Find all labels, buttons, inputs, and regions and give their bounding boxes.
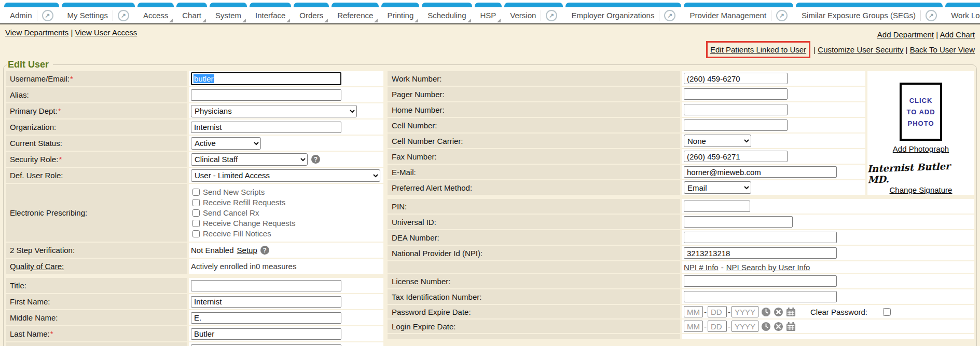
username-input[interactable]: butler [191, 72, 341, 85]
separator: - [721, 263, 724, 272]
preferred-alert-select[interactable]: Email [684, 181, 751, 194]
tab-interface[interactable]: Interface [250, 3, 291, 23]
tab-hsp[interactable]: HSP [475, 3, 502, 23]
tab-similar-exposure-groups[interactable]: Similar Exposure Groups (SEGs)↗ [796, 3, 943, 23]
customize-user-security-link[interactable]: Customize User Security [818, 45, 903, 54]
suffix-input[interactable] [191, 344, 341, 346]
field-label: Work Number: [388, 71, 680, 86]
edit-patients-linked-link[interactable]: Edit Patients Linked to User [710, 45, 806, 54]
tab-access[interactable]: Access [137, 3, 174, 23]
change-signature-link[interactable]: Change Signature [890, 185, 953, 194]
view-departments-link[interactable]: View Departments [5, 28, 68, 37]
title-input[interactable] [191, 280, 341, 291]
back-to-user-view-link[interactable]: Back To User View [910, 45, 975, 54]
alias-input[interactable] [191, 89, 341, 101]
tab-chart[interactable]: Chart [176, 3, 207, 23]
organization-input[interactable] [191, 122, 341, 133]
cell-carrier-select[interactable]: None [684, 135, 751, 147]
send-new-scripts-checkbox[interactable] [192, 189, 200, 196]
row-password-expire: Password Expire Date: - - Clear Password… [388, 305, 974, 318]
fax-number-input[interactable] [684, 151, 788, 162]
password-expire-day-input[interactable] [708, 306, 727, 317]
row-alias: Alias: [6, 87, 383, 102]
row-last-name: Last Name:* [6, 326, 383, 341]
send-new-scripts-option[interactable]: Send New Scripts [192, 188, 265, 196]
right-links: Add Department | Add Chart Edit Patients… [706, 28, 975, 58]
calendar-icon[interactable] [786, 322, 796, 331]
tab-printing[interactable]: Printing [381, 3, 419, 23]
last-name-input[interactable] [191, 328, 341, 340]
tab-accent-bar [796, 3, 943, 7]
tab-my-settings[interactable]: My Settings↗ [62, 3, 135, 23]
tab-admin[interactable]: Admin↗ [4, 3, 59, 23]
tab-accent-bar [475, 3, 502, 7]
universal-id-input[interactable] [684, 216, 793, 228]
checkbox-label: Receive Refill Requests [203, 198, 285, 207]
tab-accent-bar [565, 3, 681, 7]
tab-employer-organizations[interactable]: Employer Organizations↗ [565, 3, 681, 23]
receive-fill-notices-checkbox[interactable] [192, 230, 200, 237]
clock-icon[interactable] [761, 307, 771, 317]
help-icon[interactable]: ? [260, 246, 269, 255]
middle-name-input[interactable] [191, 312, 341, 324]
def-user-role-select[interactable]: User - Limited Access [191, 169, 380, 182]
tab-work-locations[interactable]: Work Locations↗ [945, 3, 980, 23]
add-chart-link[interactable]: Add Chart [940, 30, 975, 39]
email-input[interactable] [684, 166, 837, 178]
field-label: Security Role:* [6, 152, 187, 167]
clear-date-icon[interactable] [774, 322, 783, 331]
receive-refill-requests-option[interactable]: Receive Refill Requests [192, 198, 285, 207]
primary-dept-select[interactable]: Physicians [191, 105, 357, 117]
help-icon[interactable]: ? [311, 155, 320, 164]
home-number-input[interactable] [684, 104, 788, 115]
calendar-icon[interactable] [786, 307, 796, 317]
dropdown-corner-icon [242, 19, 246, 22]
npi-input[interactable] [684, 247, 837, 259]
tab-orders[interactable]: Orders [294, 3, 329, 23]
add-photograph-link[interactable]: Add Photograph [893, 144, 949, 153]
tab-version[interactable]: Version↗ [504, 3, 563, 23]
pager-number-input[interactable] [684, 88, 788, 100]
field-label: Organization: [6, 119, 187, 135]
login-expire-year-input[interactable] [731, 321, 758, 332]
receive-refill-requests-checkbox[interactable] [192, 199, 200, 206]
tab-scheduling[interactable]: Scheduling [422, 3, 472, 23]
clear-date-icon[interactable] [774, 307, 783, 317]
two-step-setup-link[interactable]: Setup [237, 246, 257, 255]
tab-divider [920, 10, 921, 21]
tax-id-input[interactable] [684, 291, 837, 302]
separator: | [71, 28, 73, 37]
tab-reference[interactable]: Reference [332, 3, 379, 23]
login-expire-month-input[interactable] [684, 321, 703, 332]
tab-provider-management[interactable]: Provider Management↗ [684, 3, 793, 23]
security-role-select[interactable]: Clinical Staff [191, 153, 308, 166]
tab-label: Access [143, 11, 168, 20]
add-department-link[interactable]: Add Department [877, 30, 934, 39]
external-link-icon: ↗ [926, 10, 937, 21]
receive-fill-notices-option[interactable]: Receive Fill Notices [192, 229, 271, 238]
work-number-input[interactable] [684, 73, 788, 84]
clear-password-checkbox[interactable] [883, 308, 891, 316]
receive-change-requests-option[interactable]: Receive Change Requests [192, 219, 295, 228]
pin-input[interactable] [684, 201, 750, 212]
dea-number-input[interactable] [684, 232, 837, 243]
clock-icon[interactable] [761, 322, 771, 331]
password-expire-month-input[interactable] [684, 306, 703, 317]
login-expire-day-input[interactable] [708, 321, 727, 332]
npi-search-link[interactable]: NPI Search by User Info [726, 263, 810, 272]
quality-of-care-link[interactable]: Quality of Care: [10, 262, 64, 271]
add-photo-placeholder[interactable]: CLICK TO ADD PHOTO [900, 83, 942, 141]
field-label: Last Name:* [6, 326, 187, 341]
cell-number-input[interactable] [684, 119, 788, 131]
send-cancel-rx-checkbox[interactable] [192, 209, 200, 217]
user-identity-table: Username/Email:* butler Alias: Primary D… [6, 71, 383, 346]
tab-system[interactable]: System [210, 3, 247, 23]
receive-change-requests-checkbox[interactable] [192, 220, 200, 227]
send-cancel-rx-option[interactable]: Send Cancel Rx [192, 208, 259, 217]
view-user-access-link[interactable]: View User Access [75, 28, 137, 37]
password-expire-year-input[interactable] [731, 306, 758, 317]
first-name-input[interactable] [191, 296, 341, 308]
license-number-input[interactable] [684, 275, 837, 287]
current-status-select[interactable]: Active [191, 137, 261, 150]
npi-info-link[interactable]: NPI # Info [684, 263, 719, 272]
